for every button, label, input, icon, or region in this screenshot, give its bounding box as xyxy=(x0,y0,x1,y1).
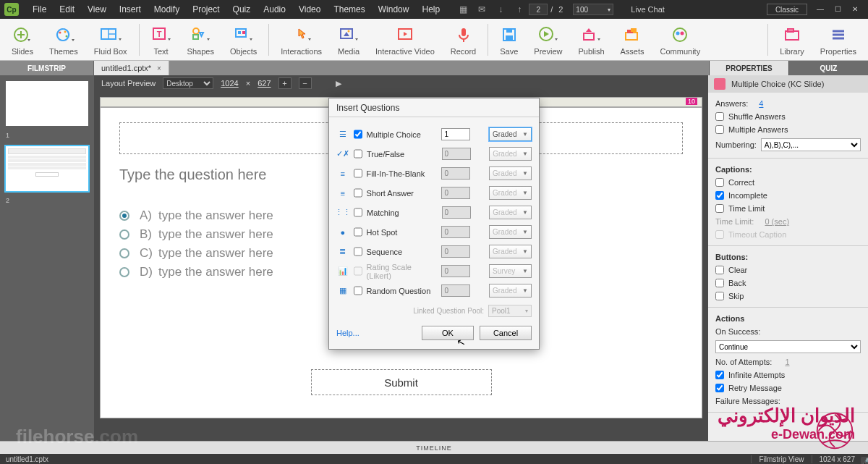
answers-count-link[interactable]: 4 xyxy=(759,99,763,108)
submit-button[interactable]: Submit xyxy=(311,369,492,395)
button-back-checkbox[interactable] xyxy=(715,279,724,287)
download-icon[interactable]: ↓ xyxy=(493,4,508,14)
question-type-checkbox[interactable] xyxy=(354,149,362,159)
onsuccess-select[interactable]: Continue xyxy=(715,340,861,353)
menu-edit[interactable]: Edit xyxy=(53,4,81,14)
caption-timelimit-checkbox[interactable] xyxy=(715,204,724,213)
ribbon-interactions[interactable]: Interactions xyxy=(273,19,330,60)
question-type-checkbox[interactable] xyxy=(354,208,362,217)
mail-icon[interactable]: ✉ xyxy=(475,4,489,14)
ribbon-record[interactable]: Record xyxy=(443,19,484,60)
numbering-select[interactable]: A),B),C),... xyxy=(761,138,861,151)
ribbon-publish[interactable]: Publish xyxy=(570,19,612,60)
layout-classic-select[interactable]: Classic xyxy=(767,4,807,15)
upload-icon[interactable]: ↑ xyxy=(512,4,527,14)
question-count-input xyxy=(441,187,470,199)
question-type-label: Hot Spot xyxy=(367,228,438,237)
play-icon[interactable]: ▶ xyxy=(332,77,345,89)
question-type-label: Sequence xyxy=(367,248,438,256)
page-current-input[interactable] xyxy=(529,4,548,15)
shuffle-checkbox[interactable] xyxy=(715,112,724,121)
multiple-answers-checkbox[interactable] xyxy=(715,125,724,134)
ribbon-library[interactable]: Library xyxy=(772,19,812,60)
radio-icon[interactable] xyxy=(119,229,129,240)
zoom-select[interactable]: 100▾ xyxy=(573,4,613,15)
help-link[interactable]: Help... xyxy=(336,329,359,337)
remove-breakpoint-button[interactable]: − xyxy=(299,77,312,89)
question-type-checkbox[interactable] xyxy=(354,169,362,178)
file-tab[interactable]: untitled1.cptx*× xyxy=(94,61,169,75)
svg-rect-31 xyxy=(631,28,637,32)
ribbon-objects[interactable]: Objects xyxy=(222,19,265,60)
caption-correct-checkbox[interactable] xyxy=(715,178,724,187)
button-clear-checkbox[interactable] xyxy=(715,266,724,274)
ribbon-slides[interactable]: Slides xyxy=(4,19,41,60)
tab-quiz[interactable]: QUIZ xyxy=(788,61,868,75)
question-count-input xyxy=(441,265,470,277)
ribbon-text[interactable]: TText xyxy=(143,19,179,60)
device-select[interactable]: Desktop xyxy=(163,77,213,89)
slide-thumb-2[interactable]: 🎤 xyxy=(4,145,90,193)
live-chat-link[interactable]: Live Chat xyxy=(631,5,664,14)
question-type-checkbox[interactable] xyxy=(354,286,362,295)
slide-thumb-1[interactable] xyxy=(4,80,90,127)
question-type-checkbox[interactable] xyxy=(354,188,362,198)
watermark-filehorse: filehorse.com xyxy=(16,426,138,448)
slide-number-1: 1 xyxy=(6,132,88,139)
layout-preview-label: Layout Preview xyxy=(101,79,156,88)
radio-icon[interactable] xyxy=(119,211,129,221)
menu-project[interactable]: Project xyxy=(186,4,226,14)
menu-video[interactable]: Video xyxy=(292,4,327,14)
ribbon-properties[interactable]: Properties xyxy=(812,19,864,60)
status-view: Filmstrip View xyxy=(751,455,811,463)
answers-label: Answers: xyxy=(715,99,748,108)
menu-view[interactable]: View xyxy=(81,4,113,14)
menu-modify[interactable]: Modify xyxy=(148,4,186,14)
ribbon-assets[interactable]: Assets xyxy=(613,19,652,60)
maximize-button[interactable]: ☐ xyxy=(830,4,845,14)
button-skip-checkbox[interactable] xyxy=(715,292,724,300)
close-button[interactable]: ✕ xyxy=(848,4,862,14)
retry-message-checkbox[interactable] xyxy=(715,384,724,392)
timelimit-value: 0 (sec) xyxy=(765,217,789,226)
ribbon-themes[interactable]: Themes xyxy=(41,19,86,60)
tab-properties[interactable]: PROPERTIES xyxy=(709,61,788,75)
infinite-attempts-checkbox[interactable] xyxy=(715,371,724,379)
grading-select[interactable]: Graded▼ xyxy=(489,127,532,141)
grading-select: Survey▼ xyxy=(489,264,532,278)
close-tab-icon[interactable]: × xyxy=(157,64,161,72)
ok-button[interactable]: OK xyxy=(422,326,474,340)
menu-window[interactable]: Window xyxy=(372,4,416,14)
menu-audio[interactable]: Audio xyxy=(257,4,292,14)
question-type-icon: 📊 xyxy=(336,266,349,276)
add-breakpoint-button[interactable]: + xyxy=(278,77,292,89)
ribbon-interactive-video[interactable]: Interactive Video xyxy=(367,19,443,60)
svg-point-34 xyxy=(681,31,684,35)
cancel-button[interactable]: Cancel xyxy=(480,326,532,340)
ribbon-community[interactable]: Community xyxy=(652,19,709,60)
layouts-icon[interactable]: ▦ xyxy=(456,4,470,14)
ribbon-preview[interactable]: Preview xyxy=(526,19,570,60)
menu-insert[interactable]: Insert xyxy=(113,4,148,14)
layout-height[interactable]: 627 xyxy=(258,79,271,88)
ribbon-save[interactable]: Save xyxy=(492,19,526,60)
minimize-button[interactable]: — xyxy=(813,4,827,14)
radio-icon[interactable] xyxy=(119,267,129,277)
question-type-checkbox[interactable] xyxy=(354,130,362,139)
attempts-value: 1 xyxy=(785,358,789,366)
menu-file[interactable]: File xyxy=(26,4,53,14)
question-count-input[interactable] xyxy=(441,128,470,140)
menu-themes[interactable]: Themes xyxy=(327,4,371,14)
ribbon-media[interactable]: Media xyxy=(330,19,367,60)
menu-help[interactable]: Help xyxy=(415,4,446,14)
ribbon-fluidbox[interactable]: Fluid Box xyxy=(86,19,135,60)
grading-select: Graded▼ xyxy=(489,166,532,180)
ribbon-shapes[interactable]: Shapes xyxy=(179,19,222,60)
question-type-icon: ⋮⋮ xyxy=(336,208,349,217)
question-type-checkbox[interactable] xyxy=(354,247,362,256)
menu-quiz[interactable]: Quiz xyxy=(226,4,258,14)
question-type-checkbox[interactable] xyxy=(354,227,362,237)
layout-width[interactable]: 1024 xyxy=(221,79,238,88)
radio-icon[interactable] xyxy=(119,248,129,258)
caption-incomplete-checkbox[interactable] xyxy=(715,191,724,200)
